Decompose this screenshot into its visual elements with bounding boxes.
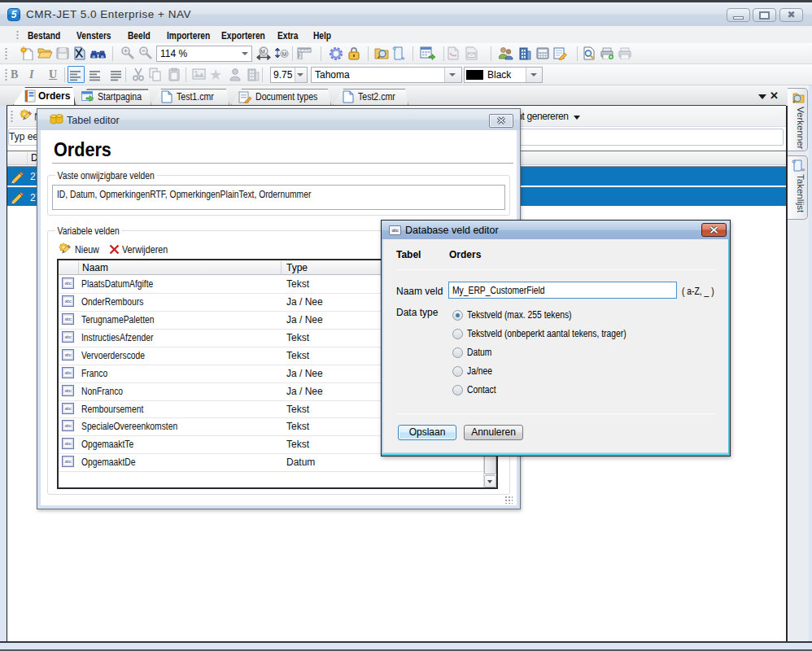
svg-text:M.: M.: [260, 49, 267, 55]
svg-text:M: M: [282, 51, 287, 57]
